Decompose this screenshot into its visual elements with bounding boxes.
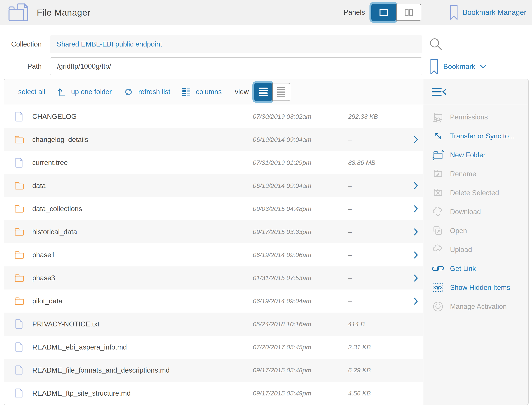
columns-label: columns [196,88,222,96]
table-row[interactable]: changelog_details06/19/2014 09:04am– [4,128,423,151]
table-row[interactable]: PRIVACY-NOTICE.txt05/24/2018 10:16am414 … [4,313,423,336]
file-modified: 06/19/2014 09:06am [253,251,348,259]
sidebar-item-show-hidden-items[interactable]: Show Hidden Items [423,278,528,297]
sidebar-header [423,79,528,105]
search-icon[interactable] [428,37,443,51]
refresh-list-button[interactable]: refresh list [123,87,170,97]
chevron-down-icon [480,64,487,69]
file-name: data_collections [32,205,253,213]
collection-input[interactable]: Shared EMBL-EBI public endpoint [50,35,422,53]
open-folder-chevron-icon[interactable] [414,228,419,236]
bookmark-button[interactable]: Bookmark [430,59,487,75]
table-row[interactable]: data06/19/2014 09:04am– [4,174,423,197]
open-folder-chevron-icon[interactable] [414,136,419,144]
collection-value: Shared EMBL-EBI public endpoint [57,40,162,48]
bookmark-path-icon [430,59,438,75]
table-row[interactable]: current.tree07/31/2019 01:29pm88.86 MB [4,151,423,174]
transfer-icon [430,131,446,142]
file-modified: 06/19/2014 09:04am [253,136,348,143]
file-name: CHANGELOG [32,113,253,120]
sidebar-item-rename: Rename [423,164,528,183]
table-row[interactable]: phase301/31/2015 07:53am– [4,266,423,289]
file-manager-logo-icon [8,2,30,22]
table-row[interactable]: data_collections09/03/2015 04:48pm– [4,197,423,220]
open-folder-chevron-icon[interactable] [414,182,419,190]
sidebar-item-transfer-or-sync-to[interactable]: Transfer or Sync to... [423,127,528,145]
table-row[interactable]: phase106/19/2014 09:06am– [4,243,423,266]
sidebar-item-label: Download [450,208,481,216]
table-row[interactable]: CHANGELOG07/30/2019 03:02am292.33 KB [4,105,423,128]
table-row[interactable]: README_ebi_aspera_info.md07/20/2017 05:4… [4,336,423,359]
collapse-sidebar-icon[interactable] [431,87,447,97]
sidebar-item-label: Get Link [450,265,476,273]
file-modified: 05/24/2018 10:16am [253,320,348,328]
open-folder-chevron-icon[interactable] [414,205,419,213]
file-size: 4.56 KB [348,390,414,397]
bookmark-manager-button[interactable]: Bookmark Manager [450,5,526,20]
file-list: CHANGELOG07/30/2019 03:02am292.33 KBchan… [4,105,423,405]
manage-activation-icon [430,301,446,312]
file-modified: 09/03/2015 04:48pm [253,205,348,212]
get-link-icon [430,264,446,273]
file-size: – [348,251,414,259]
sidebar-item-label: Permissions [450,113,488,121]
rename-icon [430,169,446,179]
list-view-icon [259,88,268,96]
folder-icon [14,251,32,259]
file-icon [14,365,32,375]
file-size: 88.86 MB [348,159,414,166]
open-icon [430,225,446,237]
file-size: – [348,228,414,236]
path-value: /gridftp/1000g/ftp/ [57,62,111,70]
single-panel-icon [379,9,388,16]
table-row[interactable]: historical_data09/17/2015 03:33pm– [4,220,423,243]
file-icon [14,158,32,168]
panels-dual-button[interactable] [396,4,421,21]
sidebar-item-label: Rename [450,170,476,178]
sidebar-item-permissions: Permissions [423,108,528,127]
file-name: current.tree [32,159,253,167]
file-name: changelog_details [32,136,253,144]
panels-single-button[interactable] [371,4,396,21]
file-icon [14,342,32,352]
table-row[interactable]: pilot_data06/19/2014 09:04am– [4,289,423,313]
file-name: README_ebi_aspera_info.md [32,343,253,351]
file-size: 6.29 KB [348,366,414,374]
sidebar-item-manage-activation: Manage Activation [423,297,528,316]
sidebar-item-new-folder[interactable]: New Folder [423,145,528,164]
file-modified: 07/31/2019 01:29pm [253,159,348,166]
path-input[interactable]: /gridftp/1000g/ftp/ [50,57,422,75]
open-folder-chevron-icon[interactable] [414,297,419,305]
sidebar-item-open: Open [423,221,528,240]
folder-icon [14,274,32,282]
file-size: – [348,136,414,143]
file-name: phase3 [32,274,253,282]
view-toggle [254,83,290,101]
sidebar-item-upload: Upload [423,240,528,259]
view-compact-button[interactable] [272,83,290,101]
file-icon [14,388,32,399]
select-all-button[interactable]: select all [18,88,45,96]
refresh-list-label: refresh list [138,88,170,96]
open-folder-chevron-icon[interactable] [414,274,419,282]
open-folder-chevron-icon[interactable] [414,251,419,259]
action-sidebar: PermissionsTransfer or Sync to...New Fol… [423,79,528,405]
columns-button[interactable]: columns [182,88,222,96]
page-title: File Manager [37,7,90,18]
file-name: README_ftp_site_structure.md [32,390,253,397]
file-size: – [348,182,414,189]
up-one-folder-button[interactable]: up one folder [57,87,112,97]
folder-icon [14,181,32,190]
table-row[interactable]: README_ftp_site_structure.md09/17/2015 0… [4,382,423,405]
file-name: phase1 [32,251,253,259]
delete-icon [430,188,446,198]
file-size: 414 B [348,320,414,328]
sidebar-item-label: Show Hidden Items [450,284,510,292]
file-name: PRIVACY-NOTICE.txt [32,320,253,328]
sidebar-item-get-link[interactable]: Get Link [423,259,528,278]
bookmark-icon [450,5,458,20]
table-row[interactable]: README_file_formats_and_descriptions.md0… [4,359,423,382]
file-modified: 09/17/2015 03:33pm [253,228,348,236]
view-list-button[interactable] [254,83,272,101]
up-one-folder-icon [57,87,67,97]
